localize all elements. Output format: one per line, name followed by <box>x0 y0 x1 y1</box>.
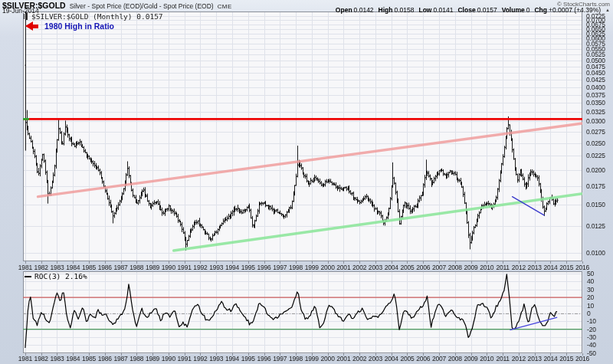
close-value: 0.0157 <box>477 6 497 14</box>
stockcharts-chart-page: $SILVER:$GOLD Silver - Spot Price (EOD)/… <box>0 0 613 364</box>
change-label: Chg <box>534 6 547 14</box>
volume-value: 0 <box>526 6 530 14</box>
close-label: Close <box>457 6 475 14</box>
main-chart-legend-text: $SILVER:$GOLD (Monthly) 0.0157 <box>31 12 163 21</box>
roc-line-swatch-icon <box>25 276 31 277</box>
change-up-triangle-icon: ▲ <box>605 8 610 12</box>
roc-legend: ROC(3) 2.16% <box>25 272 87 280</box>
open-label: Open <box>336 6 352 14</box>
symbol-description: Silver - Spot Price (EOD)/Gold - Spot Pr… <box>70 2 214 10</box>
1980-high-annotation: 1980 High in Ratio <box>25 21 114 31</box>
low-value: 0.0141 <box>433 6 453 14</box>
ohlc-quote-row: Open0.0142 High0.0158 Low0.0141 Close0.0… <box>336 6 610 14</box>
main-chart-legend: $SILVER:$GOLD (Monthly) 0.0157 <box>24 12 163 21</box>
roc-legend-text: ROC(3) 2.16% <box>34 272 87 280</box>
high-value: 0.0158 <box>394 6 414 14</box>
change-value: +0.0007 (+4.39%) <box>549 6 601 14</box>
chart-type-icon <box>24 13 28 20</box>
red-left-arrow-icon <box>25 21 38 31</box>
high-label: High <box>379 6 393 14</box>
open-value: 0.0142 <box>354 6 374 14</box>
annotation-text: 1980 High in Ratio <box>44 21 114 31</box>
low-label: Low <box>418 6 431 14</box>
exchange-label: CME <box>218 3 232 10</box>
volume-label: Volume <box>502 6 525 14</box>
price-and-roc-chart-canvas <box>0 0 613 364</box>
